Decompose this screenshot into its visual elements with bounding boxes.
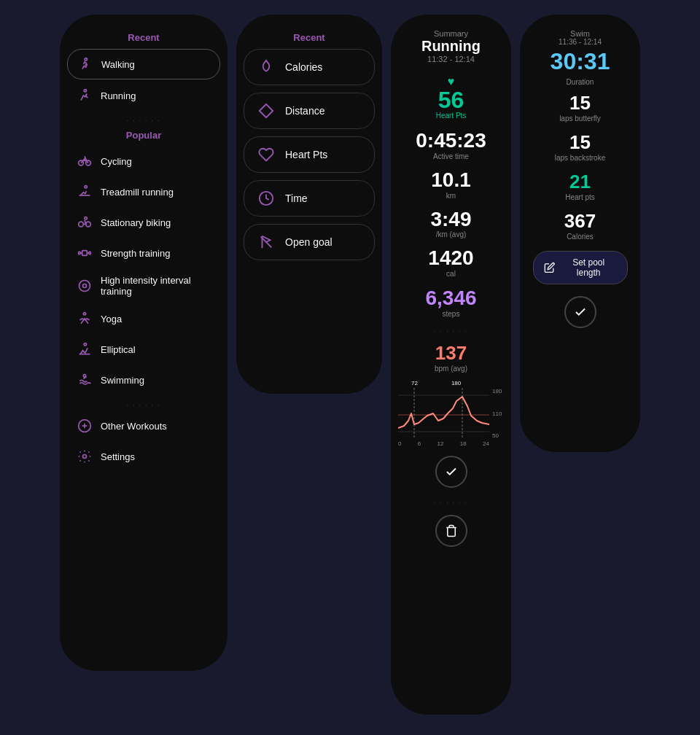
- chart-x-0: 0: [398, 440, 401, 447]
- metric-label-time: Time: [285, 192, 308, 204]
- chart-x-12: 12: [438, 440, 444, 447]
- stationary-bike-icon: [76, 214, 93, 231]
- chart-marker-72: 72: [411, 380, 418, 386]
- heart-pts-icon: [256, 144, 276, 165]
- calories-value: 1420: [428, 247, 473, 270]
- metrics-section-title: Recent: [293, 32, 324, 43]
- workout-item-yoga[interactable]: Yoga: [67, 304, 220, 333]
- workout-item-strength[interactable]: Strength training: [67, 238, 220, 268]
- workout-label-elliptical: Elliptical: [101, 344, 136, 355]
- metric-distance[interactable]: Distance: [244, 93, 375, 129]
- workout-item-settings[interactable]: Settings: [67, 442, 220, 471]
- workout-item-stationary-bike[interactable]: Stationary biking: [67, 208, 220, 237]
- steps-value: 6,346: [425, 287, 476, 310]
- active-time-value: 0:45:23: [416, 130, 486, 152]
- swim-laps-butterfly-stat: 15 laps butterfly: [559, 92, 601, 122]
- distance-value: 10.1: [431, 169, 471, 192]
- swim-duration-label: Duration: [567, 78, 594, 86]
- yoga-icon: [76, 310, 93, 327]
- confirm-button[interactable]: [435, 456, 467, 488]
- svg-point-19: [83, 375, 85, 377]
- metric-label-open-goal: Open goal: [285, 236, 332, 248]
- svg-point-17: [84, 343, 86, 346]
- flag-off-icon: [256, 232, 276, 252]
- chart-x-labels: 0 6 12 18 24: [398, 440, 489, 447]
- svg-marker-24: [260, 104, 273, 117]
- strength-icon: [76, 244, 93, 262]
- recent-section-title: Recent: [128, 32, 159, 43]
- running-icon: [76, 87, 93, 104]
- heart-rate-svg: [398, 388, 489, 439]
- pace-stat: 3:49 /km (avg): [430, 209, 471, 239]
- workout-label-strength: Strength training: [101, 248, 170, 259]
- divider-1: . . . . . .: [127, 116, 160, 122]
- swim-laps-butterfly-value: 15: [559, 92, 601, 114]
- set-pool-length-label: Set pool length: [561, 257, 617, 278]
- metric-time[interactable]: Time: [244, 180, 375, 217]
- workout-label-cycling: Cycling: [101, 156, 132, 167]
- chart-y-labels: 180 110 50: [492, 388, 502, 439]
- heart-pts-container: ♥ 56 Heart Pts: [436, 75, 467, 120]
- svg-point-6: [79, 222, 84, 227]
- workout-item-walking[interactable]: Walking: [67, 49, 220, 79]
- distance-stat: 10.1 km: [431, 169, 471, 200]
- workout-item-hiit[interactable]: High intensity interval training: [67, 269, 220, 303]
- metric-heart-pts[interactable]: Heart Pts: [244, 136, 375, 173]
- workout-item-running[interactable]: Running: [67, 81, 220, 110]
- workout-item-swimming[interactable]: Swimming: [67, 365, 220, 394]
- swim-laps-backstroke-stat: 15 laps backstroke: [555, 131, 605, 162]
- chart-x-24: 24: [483, 440, 489, 447]
- svg-point-4: [85, 186, 87, 188]
- walking-icon: [77, 55, 94, 73]
- chart-y-110: 110: [492, 411, 502, 417]
- set-pool-length-button[interactable]: Set pool length: [533, 251, 628, 284]
- summary-divider: . . . . . .: [434, 327, 467, 333]
- summary-time-range: 11:32 - 12:14: [421, 55, 481, 63]
- workout-label-stationary-bike: Stationary biking: [101, 217, 171, 228]
- flame-icon: [256, 57, 276, 77]
- workout-label-hiit: High intensity interval training: [101, 275, 211, 297]
- bottom-divider: . . . . . .: [434, 498, 467, 505]
- running-summary-panel: Summary Running 11:32 - 12:14 ♥ 56 Heart…: [391, 15, 511, 715]
- svg-rect-10: [89, 252, 91, 254]
- workout-list-panel: Recent Walking Running . . . . . . Popul…: [60, 15, 228, 671]
- svg-point-14: [79, 281, 90, 292]
- svg-point-15: [83, 284, 87, 288]
- swim-confirm-button[interactable]: [564, 296, 596, 328]
- workout-label-running: Running: [101, 90, 136, 101]
- summary-header: Summary Running 11:32 - 12:14: [421, 29, 481, 63]
- distance-label: km: [431, 192, 471, 200]
- delete-button[interactable]: [435, 515, 467, 547]
- workout-label-swimming: Swimming: [101, 375, 144, 386]
- metric-label-calories: Calories: [285, 61, 322, 73]
- swim-laps-butterfly-label: laps butterfly: [559, 114, 601, 122]
- chart-x-6: 6: [418, 440, 421, 447]
- heart-pts-value: 56: [438, 88, 464, 112]
- bpm-value: 137: [435, 342, 467, 365]
- svg-point-0: [85, 58, 87, 61]
- workout-item-cycling[interactable]: Cycling: [67, 147, 220, 176]
- metric-calories[interactable]: Calories: [244, 49, 375, 85]
- steps-stat: 6,346 steps: [425, 287, 476, 318]
- calories-label: cal: [428, 270, 473, 278]
- metric-open-goal[interactable]: Open goal: [244, 224, 375, 260]
- swim-calories-label: Calories: [564, 233, 596, 241]
- treadmill-icon: [76, 183, 93, 201]
- svg-rect-13: [82, 251, 88, 256]
- swim-title: Swim: [559, 29, 602, 38]
- metrics-panel: Recent Calories Distance Heart Pts: [236, 15, 382, 394]
- svg-rect-9: [79, 252, 81, 254]
- elliptical-icon: [76, 341, 93, 358]
- workout-item-elliptical[interactable]: Elliptical: [67, 335, 220, 364]
- workout-item-treadmill[interactable]: Treadmill running: [67, 177, 220, 206]
- active-time-label: Active time: [416, 152, 486, 160]
- swim-duration-label-container: Duration: [567, 74, 594, 88]
- steps-label: steps: [425, 310, 476, 318]
- heart-pts-label: Heart Pts: [436, 112, 467, 120]
- swim-header: Swim 11:36 - 12:14: [559, 29, 602, 46]
- workout-item-other[interactable]: Other Workouts: [67, 411, 220, 440]
- calories-stat: 1420 cal: [428, 247, 473, 278]
- pace-value: 3:49: [430, 209, 471, 231]
- cycling-icon: [76, 152, 93, 170]
- divider-2: . . . . . .: [127, 400, 160, 407]
